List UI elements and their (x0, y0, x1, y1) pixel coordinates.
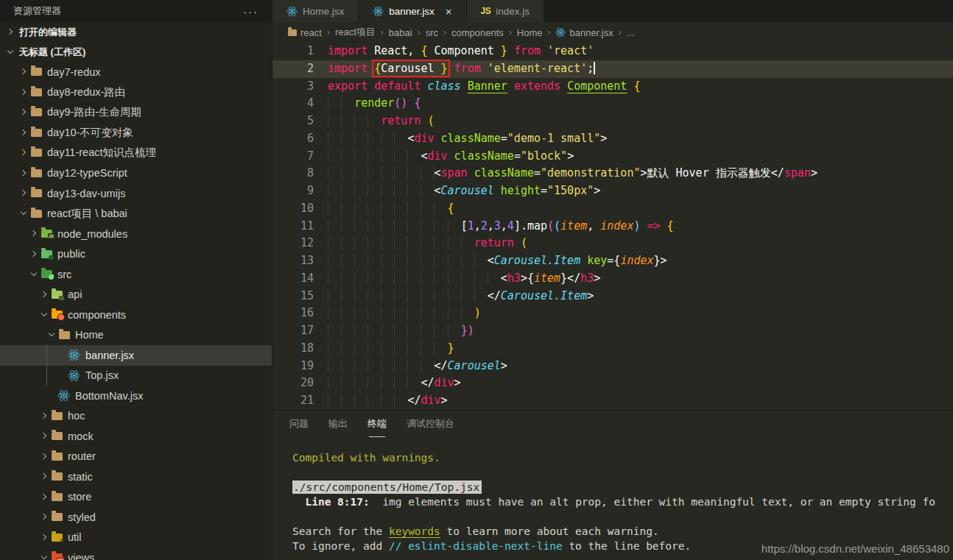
tab-banner-jsx[interactable]: banner.jsx× (359, 0, 466, 22)
chevron-right-icon[interactable] (38, 430, 50, 442)
tree-item-util[interactable]: util (0, 528, 272, 548)
code-line-3[interactable]: 3export default class Banner extends Com… (272, 78, 953, 96)
code-line-20[interactable]: 20 </div> (272, 375, 953, 392)
tree-item-banner-jsx[interactable]: banner.jsx (0, 345, 272, 366)
tree-item-label: Top.jsx (85, 369, 119, 381)
code-editor[interactable]: 1import React, { Component } from 'react… (272, 43, 953, 410)
breadcrumb-item-components[interactable]: components (451, 27, 504, 38)
chevron-right-icon[interactable] (38, 288, 50, 300)
breadcrumb-separator: › (546, 27, 552, 38)
code-line-11[interactable]: 11 [1,2,3,4].map((item, index) => { (272, 218, 953, 235)
panel-tab-终端[interactable]: 终端 (368, 417, 387, 432)
chevron-right-icon[interactable] (4, 26, 16, 38)
code-line-9[interactable]: 9 <Carousel height="150px"> (272, 182, 953, 200)
tree-item-components[interactable]: components (0, 305, 272, 325)
breadcrumb-item-banner-jsx[interactable]: banner.jsx (555, 27, 613, 38)
chevron-right-icon[interactable] (38, 531, 50, 543)
tree-item-public[interactable]: public (0, 244, 272, 265)
chevron-down-icon[interactable] (38, 309, 50, 321)
chevron-down-icon[interactable] (18, 208, 29, 219)
tree-item-static[interactable]: static (0, 467, 272, 487)
breadcrumb-item-home[interactable]: Home (517, 27, 543, 38)
tree-item-hoc[interactable]: hoc (0, 406, 272, 427)
chevron-right-icon[interactable] (38, 491, 50, 503)
tree-item-day13-dav-umijs[interactable]: day13-dav-umijs (0, 183, 272, 204)
code-line-6[interactable]: 6 <div className="demo-1 small"> (272, 130, 953, 148)
tree-item-home[interactable]: Home (0, 325, 272, 346)
chevron-right-icon[interactable] (38, 511, 50, 523)
tree-item-react项目-babai[interactable]: react项目 \ babai (0, 204, 272, 224)
tree-item-day7-redux[interactable]: day7-redux (0, 62, 272, 82)
terminal-output[interactable]: Compiled with warnings. ./src/components… (272, 439, 953, 553)
panel-tab-问题[interactable]: 问题 (289, 417, 309, 432)
chevron-right-icon[interactable] (38, 450, 50, 462)
breadcrumb-item-react[interactable]: react (288, 27, 322, 38)
terminal-text: ./src/components/Home/Top.jsx (292, 481, 482, 494)
chevron-right-icon[interactable] (18, 86, 29, 98)
chevron-right-icon[interactable] (18, 127, 29, 138)
chevron-down-icon[interactable] (38, 552, 50, 560)
tree-item-src[interactable]: src (0, 264, 272, 285)
tree-item-bottomnav-jsx[interactable]: BottomNav.jsx (0, 386, 272, 406)
line-number: 17 (272, 322, 314, 340)
tree-item-top-jsx[interactable]: Top.jsx (0, 366, 272, 386)
chevron-right-icon[interactable] (38, 471, 50, 483)
tree-item-day12-typescript[interactable]: day12-typeScript (0, 163, 272, 184)
code-line-17[interactable]: 17 }) (272, 322, 953, 340)
code-line-8[interactable]: 8 <span className="demonstration">默认 Hov… (272, 165, 953, 182)
breadcrumb-item-react项目[interactable]: react项目 (335, 26, 376, 39)
tree-item-label: hoc (68, 410, 85, 422)
folder-tan-icon (31, 108, 42, 116)
code-line-1[interactable]: 1import React, { Component } from 'react… (272, 43, 953, 60)
code-line-4[interactable]: 4 render() { (272, 95, 953, 113)
panel-tab-输出[interactable]: 输出 (328, 417, 348, 432)
tree-item-day10-不可变对象[interactable]: day10-不可变对象 (0, 123, 272, 143)
chevron-right-icon[interactable] (18, 147, 29, 159)
tree-item-day11-react知识点梳理[interactable]: day11-react知识点梳理 (0, 143, 272, 163)
tab-home-jsx[interactable]: Home.jsx (272, 0, 359, 22)
tree-item-day9-路由-生命周期[interactable]: day9-路由-生命周期 (0, 102, 272, 123)
code-line-5[interactable]: 5 return ( (272, 113, 953, 130)
chevron-right-icon[interactable] (38, 410, 50, 422)
chevron-down-icon[interactable] (28, 269, 40, 280)
tree-item-api[interactable]: api (0, 285, 272, 305)
section-open-editors[interactable]: 打开的编辑器 (0, 22, 272, 42)
watermark: https://blog.csdn.net/weixin_48653480 (762, 542, 949, 555)
tree-item-styled[interactable]: styled (0, 507, 272, 528)
code-line-14[interactable]: 14 <h3>{item}</h3> (272, 270, 953, 288)
tree-item-mock[interactable]: mock (0, 426, 272, 447)
tree-item-views[interactable]: views (0, 547, 272, 560)
chevron-right-icon[interactable] (28, 228, 40, 240)
tree-item-store[interactable]: store (0, 487, 272, 508)
more-actions-icon[interactable]: ··· (243, 5, 259, 18)
tree-item-router[interactable]: router (0, 447, 272, 467)
code-line-15[interactable]: 15 </Carousel.Item> (272, 288, 953, 305)
chevron-down-icon[interactable] (46, 329, 57, 341)
chevron-right-icon[interactable] (18, 167, 29, 179)
code-line-7[interactable]: 7 <div className="block"> (272, 148, 953, 166)
section-workspace[interactable]: 无标题 (工作区) (0, 42, 272, 62)
breadcrumb-item-src[interactable]: src (426, 27, 438, 38)
tab-index-js[interactable]: JSindex.js (467, 0, 544, 22)
code-line-2[interactable]: 2import {Carousel } from 'element-react'… (272, 60, 953, 78)
code-line-21[interactable]: 21 </div> (272, 392, 953, 410)
breadcrumb-item-[interactable]: ... (627, 27, 635, 38)
code-line-12[interactable]: 12 return ( (272, 235, 953, 252)
tree-item-node-modules[interactable]: node_modules (0, 224, 272, 244)
breadcrumb-item-babai[interactable]: babai (389, 27, 412, 38)
chevron-right-icon[interactable] (18, 188, 29, 199)
chevron-right-icon[interactable] (18, 107, 29, 118)
chevron-down-icon[interactable] (4, 46, 16, 58)
chevron-right-icon[interactable] (18, 66, 29, 78)
code-line-text: render() { (314, 95, 421, 113)
code-line-19[interactable]: 19 </Carousel> (272, 358, 953, 375)
chevron-right-icon[interactable] (28, 248, 40, 260)
indent-guides (328, 184, 435, 197)
close-icon[interactable]: × (446, 6, 452, 17)
tree-item-day8-redux-路由[interactable]: day8-redux-路由 (0, 82, 272, 103)
code-line-13[interactable]: 13 <Carousel.Item key={index}> (272, 252, 953, 270)
code-line-18[interactable]: 18 } (272, 340, 953, 358)
code-line-16[interactable]: 16 ) (272, 305, 953, 322)
code-line-10[interactable]: 10 { (272, 200, 953, 218)
panel-tab-调试控制台[interactable]: 调试控制台 (407, 417, 454, 432)
